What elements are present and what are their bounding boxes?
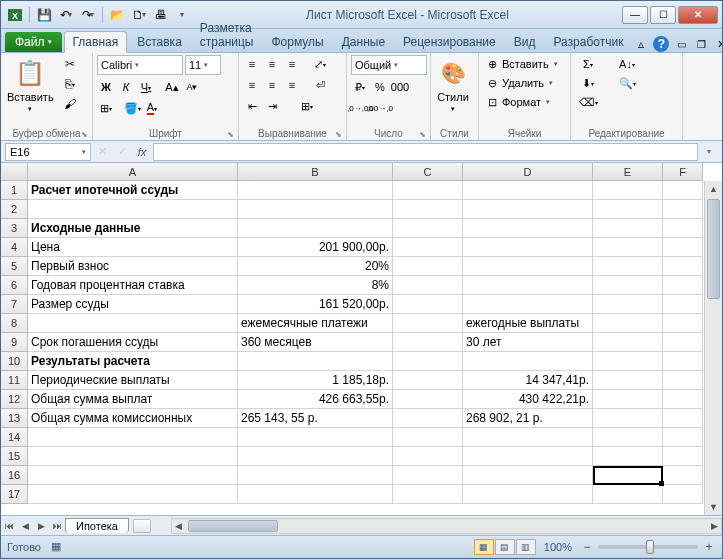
hscroll-thumb[interactable]: [188, 520, 278, 532]
cell[interactable]: 360 месяцев: [238, 333, 393, 352]
zoom-level[interactable]: 100%: [544, 541, 572, 553]
row-header[interactable]: 5: [1, 257, 28, 276]
cell[interactable]: [28, 447, 238, 466]
cell[interactable]: ежемесячные платежи: [238, 314, 393, 333]
align-launcher-icon[interactable]: ⬊: [335, 130, 342, 139]
styles-button[interactable]: 🎨 Стили ▾: [435, 55, 471, 115]
cell[interactable]: [393, 200, 463, 219]
clear-button[interactable]: ⌫▾: [575, 93, 601, 111]
delete-cells-button[interactable]: ⊖Удалить▾: [483, 74, 555, 92]
cell[interactable]: [593, 238, 663, 257]
orientation-button[interactable]: ⤢▾: [311, 55, 329, 73]
cell[interactable]: [393, 409, 463, 428]
sheet-nav-next-icon[interactable]: ▶: [33, 518, 49, 534]
redo-icon[interactable]: ↷▾: [78, 5, 98, 25]
minimize-button[interactable]: —: [622, 6, 648, 24]
undo-icon[interactable]: ↶▾: [56, 5, 76, 25]
row-header[interactable]: 15: [1, 447, 28, 466]
cut-icon[interactable]: ✂: [60, 55, 80, 73]
excel-icon[interactable]: X: [5, 5, 25, 25]
tab-insert[interactable]: Вставка: [129, 32, 190, 52]
new-icon[interactable]: 🗋▾: [129, 5, 149, 25]
row-header[interactable]: 1: [1, 181, 28, 200]
cell[interactable]: [593, 371, 663, 390]
row-header[interactable]: 17: [1, 485, 28, 504]
file-tab[interactable]: Файл▾: [5, 32, 62, 52]
col-header-D[interactable]: D: [463, 163, 593, 181]
name-box[interactable]: E16▾: [5, 143, 91, 161]
cell[interactable]: [663, 352, 703, 371]
cell[interactable]: [463, 200, 593, 219]
cell[interactable]: [663, 447, 703, 466]
row-header[interactable]: 6: [1, 276, 28, 295]
cell[interactable]: [663, 428, 703, 447]
cell[interactable]: [663, 333, 703, 352]
cell[interactable]: 1 185,18р.: [238, 371, 393, 390]
autosum-button[interactable]: Σ▾: [575, 55, 601, 73]
cell[interactable]: [238, 352, 393, 371]
col-header-A[interactable]: A: [28, 163, 238, 181]
tab-home[interactable]: Главная: [64, 31, 128, 53]
format-cells-button[interactable]: ⊡Формат▾: [483, 93, 552, 111]
paste-button[interactable]: 📋 Вставить ▾: [5, 55, 56, 115]
cell[interactable]: Размер ссуды: [28, 295, 238, 314]
cell[interactable]: Исходные данные: [28, 219, 238, 238]
cell[interactable]: [463, 181, 593, 200]
cell[interactable]: Первый взнос: [28, 257, 238, 276]
cell[interactable]: [593, 200, 663, 219]
zoom-slider-knob[interactable]: [646, 540, 654, 554]
cell[interactable]: [238, 181, 393, 200]
cell[interactable]: [393, 466, 463, 485]
tab-review[interactable]: Рецензирование: [395, 32, 504, 52]
mdi-restore-icon[interactable]: ❐: [693, 36, 709, 52]
tab-data[interactable]: Данные: [334, 32, 393, 52]
qat-customize-icon[interactable]: ▾: [173, 5, 193, 25]
align-top-button[interactable]: ≡: [243, 55, 261, 73]
cell[interactable]: 161 520,00р.: [238, 295, 393, 314]
cell[interactable]: [463, 485, 593, 504]
mdi-close-icon[interactable]: ✕: [713, 36, 723, 52]
cell[interactable]: [593, 485, 663, 504]
cell[interactable]: [593, 295, 663, 314]
cell[interactable]: [663, 485, 703, 504]
find-button[interactable]: 🔍▾: [615, 74, 639, 92]
cell[interactable]: [593, 428, 663, 447]
sheet-nav-last-icon[interactable]: ⏭: [49, 518, 65, 534]
row-header[interactable]: 13: [1, 409, 28, 428]
cell[interactable]: [463, 447, 593, 466]
cell[interactable]: [238, 219, 393, 238]
tab-developer[interactable]: Разработчик: [545, 32, 631, 52]
cell[interactable]: [238, 466, 393, 485]
align-middle-button[interactable]: ≡: [263, 55, 281, 73]
expand-formula-bar-icon[interactable]: ▾: [700, 143, 718, 161]
cell[interactable]: Общая сумма комиссионных: [28, 409, 238, 428]
scroll-right-icon[interactable]: ▶: [707, 519, 721, 533]
view-normal-button[interactable]: ▦: [474, 539, 494, 555]
cell[interactable]: [238, 428, 393, 447]
cell[interactable]: Цена: [28, 238, 238, 257]
cell[interactable]: [663, 257, 703, 276]
fill-button[interactable]: ⬇▾: [575, 74, 601, 92]
cell[interactable]: [593, 257, 663, 276]
horizontal-scrollbar[interactable]: ◀ ▶: [171, 518, 722, 534]
cell[interactable]: Результаты расчета: [28, 352, 238, 371]
row-header[interactable]: 3: [1, 219, 28, 238]
cell[interactable]: [463, 257, 593, 276]
clipboard-launcher-icon[interactable]: ⬊: [81, 130, 88, 139]
tab-page-layout[interactable]: Разметка страницы: [192, 18, 262, 52]
cell[interactable]: 201 900,00р.: [238, 238, 393, 257]
font-launcher-icon[interactable]: ⬊: [227, 130, 234, 139]
cell[interactable]: [28, 485, 238, 504]
cell[interactable]: [28, 200, 238, 219]
cell[interactable]: 30 лет: [463, 333, 593, 352]
cell[interactable]: [663, 466, 703, 485]
row-header[interactable]: 2: [1, 200, 28, 219]
zoom-slider[interactable]: [598, 545, 698, 549]
cell[interactable]: [238, 447, 393, 466]
cell[interactable]: Годовая процентная ставка: [28, 276, 238, 295]
row-header[interactable]: 10: [1, 352, 28, 371]
cell[interactable]: 14 347,41р.: [463, 371, 593, 390]
cell[interactable]: [663, 276, 703, 295]
scroll-left-icon[interactable]: ◀: [172, 519, 186, 533]
number-format-combo[interactable]: Общий▾: [351, 55, 427, 75]
